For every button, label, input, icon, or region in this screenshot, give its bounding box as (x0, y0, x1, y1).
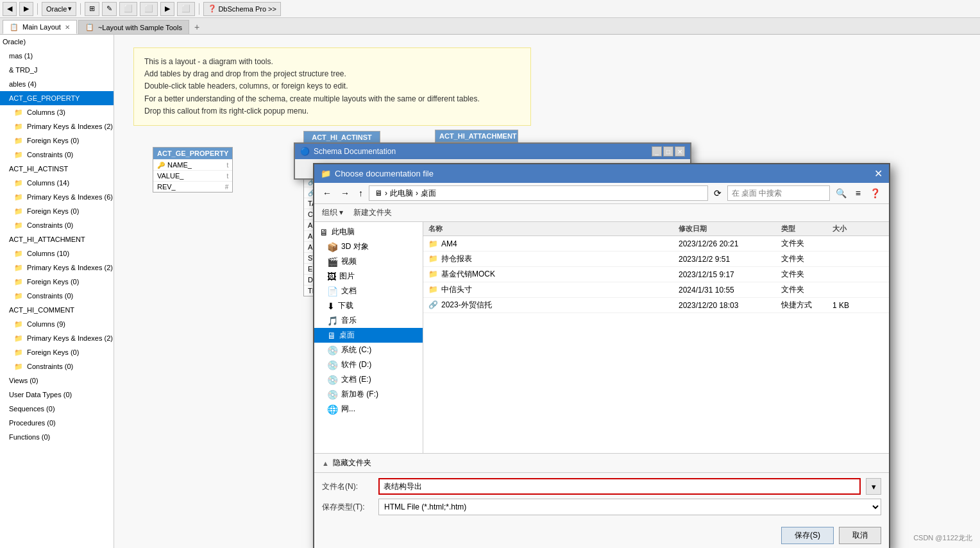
sidebar-item-constraints-comment[interactable]: 📁 Constraints (0) (0, 359, 114, 373)
sidebar-item-fk-comment[interactable]: 📁 Foreign Keys (0) (0, 345, 114, 359)
file-search-input[interactable] (727, 185, 830, 201)
sidebar-item-columns-10[interactable]: 📁 Columns (10) (0, 246, 114, 261)
tree-item-computer[interactable]: 🖥 此电脑 (314, 225, 423, 239)
file-list-row-holding[interactable]: 📁持仓报表 2023/12/2 9:51 文件夹 (423, 252, 889, 267)
sidebar-item-constraints-attachment[interactable]: 📁 Constraints (0) (0, 289, 114, 303)
tree-item-desktop[interactable]: 🖥 桌面 (314, 328, 423, 343)
file-item-holding-type: 文件夹 (781, 253, 832, 264)
sidebar-item-tables[interactable]: ables (4) (0, 77, 114, 91)
sidebar-item-pk-comment[interactable]: 📁 Primary Keys & Indexes (2) (0, 331, 114, 345)
file-list-row-mock[interactable]: 📁基金代销MOCK 2023/12/15 9:17 文件夹 (423, 267, 889, 282)
file-nav-refresh-btn[interactable]: ⟳ (711, 186, 725, 200)
db-table-row-value: VALUE_ t (153, 170, 232, 181)
file-save-btn[interactable]: 保存(S) (781, 527, 834, 544)
sidebar-item-sequences[interactable]: Sequences (0) (0, 402, 114, 416)
col-header-size[interactable]: 大小 (832, 224, 884, 234)
tree-item-documents[interactable]: 📄 文档 (314, 284, 423, 298)
tree-label-network: 网... (341, 404, 355, 415)
file-search-btn[interactable]: 🔍 (832, 186, 850, 200)
tree-item-drive-f[interactable]: 💿 新加卷 (F:) (314, 387, 423, 402)
sidebar-item-fk-0[interactable]: 📁 Foreign Keys (0) (0, 133, 114, 148)
sidebar-item-mas[interactable]: mas (1) (0, 49, 114, 63)
schema-doc-minimize-btn[interactable]: _ (652, 146, 662, 157)
sidebar-constraints-comment-label: Constraints (0) (27, 363, 73, 370)
tree-item-pictures[interactable]: 🖼 图片 (314, 269, 423, 284)
schema-doc-title-label: Schema Documentation (314, 147, 396, 156)
hide-folders-row[interactable]: ▲ 隐藏文件夹 (314, 453, 889, 472)
toolbar-icon-btn-6[interactable]: ⬜ (177, 2, 195, 16)
sidebar-item-constraints-0[interactable]: 📁 Constraints (0) (0, 148, 114, 162)
schema-doc-maximize-btn[interactable]: □ (663, 146, 673, 157)
file-name-dropdown-btn[interactable]: ▾ (866, 478, 881, 495)
file-help-btn[interactable]: ❓ (866, 186, 884, 200)
toolbar-icon-btn-4[interactable]: ⬜ (140, 2, 158, 16)
sidebar-item-act-hi-attachment[interactable]: ACT_HI_ATTACHMENT (0, 232, 114, 246)
tab-sample-tools[interactable]: 📋 ~Layout with Sample Tools (78, 20, 189, 34)
col-header-name[interactable]: 名称 (428, 224, 679, 234)
sidebar-item-user-data-types[interactable]: User Data Types (0) (0, 388, 114, 402)
file-new-folder-btn[interactable]: 新建文件夹 (351, 206, 394, 219)
sidebar-item-pk-indexes-6[interactable]: 📁 Primary Keys & Indexes (6) (0, 190, 114, 204)
sidebar-item-columns-14[interactable]: 📁 Columns (14) (0, 176, 114, 190)
tab-add-btn[interactable]: + (190, 20, 203, 34)
tab-icon-1: 📋 (10, 23, 19, 31)
oracle-dropdown-btn[interactable]: Oracle ▾ (42, 2, 76, 16)
sidebar-item-columns-3[interactable]: 📁 Columns (3) (0, 105, 114, 119)
db-table-act-hi-attachment[interactable]: ACT_HI_ATTACHMENT (435, 130, 518, 142)
toolbar-forward-btn[interactable]: ▶ (19, 2, 33, 16)
sidebar-item-constraints-actinst[interactable]: 📁 Constraints (0) (0, 218, 114, 232)
file-cancel-btn[interactable]: 取消 (839, 527, 881, 544)
toolbar-icon-btn-1[interactable]: ⊞ (85, 2, 99, 16)
sidebar-item-fk-actinst[interactable]: 📁 Foreign Keys (0) (0, 204, 114, 218)
sidebar-item-oracle[interactable]: Oracle) (0, 35, 114, 49)
file-dialog-icon: 📁 (321, 169, 331, 178)
sidebar-item-trd[interactable]: & TRD_J (0, 63, 114, 77)
sidebar-item-views[interactable]: Views (0) (0, 373, 114, 388)
folder-icon-pk-comment: 📁 (14, 334, 23, 342)
folder-icon-columns-10: 📁 (14, 250, 23, 257)
file-list-row-am4[interactable]: 📁AM4 2023/12/26 20:21 文件夹 (423, 236, 889, 252)
tree-item-drive-e[interactable]: 💿 文档 (E:) (314, 372, 423, 387)
file-nav-forward-btn[interactable]: → (337, 186, 353, 200)
file-dialog-close-btn[interactable]: ✕ (874, 167, 883, 180)
sidebar-item-columns-9[interactable]: 📁 Columns (9) (0, 317, 114, 331)
sidebar-item-pk-attachment[interactable]: 📁 Primary Keys & Indexes (2) (0, 261, 114, 275)
tree-item-drive-c[interactable]: 💿 系统 (C:) (314, 343, 423, 357)
file-name-input[interactable] (378, 478, 861, 495)
file-list-row-zhongxin[interactable]: 📁中信头寸 2024/1/31 10:55 文件夹 (423, 282, 889, 298)
sidebar-item-pk-indexes-2[interactable]: 📁 Primary Keys & Indexes (2) (0, 119, 114, 133)
file-type-select[interactable]: HTML File (*.html;*.htm) (378, 499, 881, 515)
tree-item-network[interactable]: 🌐 网... (314, 402, 423, 416)
col-header-type[interactable]: 类型 (781, 224, 832, 234)
sidebar-item-functions[interactable]: Functions (0) (0, 430, 114, 444)
tab-main-layout[interactable]: 📋 Main Layout ✕ (3, 20, 77, 34)
toolbar-icon-btn-5[interactable]: ▶ (160, 2, 174, 16)
breadcrumb-bar[interactable]: 🖥 › 此电脑 › 桌面 (369, 185, 708, 201)
toolbar-icon-btn-2[interactable]: ✎ (102, 2, 117, 16)
file-nav-up-btn[interactable]: ↑ (355, 186, 366, 200)
col-header-date[interactable]: 修改日期 (679, 224, 781, 234)
sidebar-item-fk-attachment[interactable]: 📁 Foreign Keys (0) (0, 275, 114, 289)
help-btn[interactable]: ❓ DbSchema Pro >> (203, 2, 281, 16)
sidebar-item-act-ge-property[interactable]: ACT_GE_PROPERTY (0, 91, 114, 105)
sidebar-item-act-hi-actinst[interactable]: ACT_HI_ACTINST (0, 162, 114, 176)
file-organize-btn[interactable]: 组织 ▾ (319, 206, 346, 219)
oracle-label: Oracle (46, 5, 67, 13)
sidebar-fk-comment-label: Foreign Keys (0) (27, 348, 79, 356)
file-view-options-btn[interactable]: ≡ (852, 186, 864, 200)
tree-item-video[interactable]: 🎬 视频 (314, 254, 423, 269)
sidebar-item-procedures[interactable]: Procedures (0) (0, 416, 114, 430)
toolbar-icon-btn-3[interactable]: ⬜ (119, 2, 137, 16)
sidebar-pk-comment-label: Primary Keys & Indexes (2) (27, 334, 113, 342)
sidebar-item-act-hi-comment[interactable]: ACT_HI_COMMENT (0, 303, 114, 317)
schema-doc-close-btn[interactable]: ✕ (675, 146, 685, 157)
toolbar-back-btn[interactable]: ◀ (3, 2, 17, 16)
tree-item-downloads[interactable]: ⬇ 下载 (314, 298, 423, 313)
tab-close-1[interactable]: ✕ (65, 24, 70, 31)
db-table-act-ge-property[interactable]: ACT_GE_PROPERTY 🔑 NAME_ t VALUE_ t REV_ … (153, 147, 233, 193)
tree-item-3d[interactable]: 📦 3D 对象 (314, 239, 423, 254)
file-list-row-waomao[interactable]: 🔗2023-外贸信托 2023/12/20 18:03 快捷方式 1 KB (423, 298, 889, 313)
tree-item-music[interactable]: 🎵 音乐 (314, 313, 423, 328)
file-nav-back-btn[interactable]: ← (319, 186, 335, 200)
tree-item-drive-d[interactable]: 💿 软件 (D:) (314, 357, 423, 372)
